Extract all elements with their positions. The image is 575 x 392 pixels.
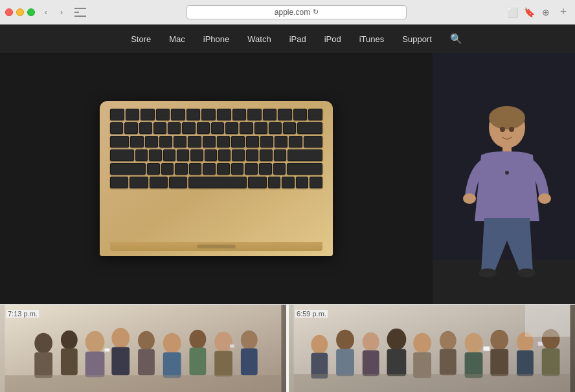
svg-point-51	[490, 330, 508, 351]
address-bar[interactable]: apple.com ↻	[186, 5, 407, 19]
key-f6	[201, 109, 216, 120]
search-icon[interactable]: 🔍	[441, 33, 471, 45]
url-text: apple.com	[275, 8, 310, 17]
key-row-fn	[110, 109, 322, 120]
key-v	[189, 163, 202, 175]
trackpad-notch	[197, 245, 236, 248]
back-button[interactable]: ‹	[39, 5, 53, 19]
svg-rect-46	[440, 349, 457, 375]
nav-item-itunes[interactable]: iTunes	[350, 25, 394, 53]
key-l	[246, 149, 258, 161]
maximize-button[interactable]	[27, 8, 35, 16]
nav-item-watch[interactable]: Watch	[238, 25, 280, 53]
svg-point-35	[311, 335, 328, 354]
key-i	[231, 136, 244, 147]
svg-point-10	[500, 127, 505, 132]
key-power	[308, 109, 322, 120]
svg-point-6	[538, 193, 551, 204]
key-row-qwerty	[110, 136, 322, 147]
crowd-image-right	[289, 305, 575, 392]
key-9	[240, 122, 253, 134]
keyboard-grid	[110, 109, 322, 242]
svg-rect-49	[483, 347, 490, 351]
key-row-asdf	[110, 149, 322, 161]
key-2	[139, 122, 152, 134]
thumb-time-right: 6:59 p.m.	[295, 310, 328, 318]
key-fn	[110, 177, 128, 188]
key-5	[182, 122, 195, 134]
key-cmd-left	[169, 177, 187, 188]
nav-item-mac[interactable]: Mac	[160, 25, 194, 53]
sidebar-icon	[74, 8, 86, 17]
svg-rect-44	[413, 352, 431, 378]
key-y	[203, 136, 216, 147]
hero-section	[0, 53, 575, 304]
key-shift-right	[287, 163, 322, 175]
minimize-button[interactable]	[16, 8, 24, 16]
key-backslash	[304, 136, 322, 147]
key-period	[259, 163, 272, 175]
key-cmd-right	[248, 177, 266, 188]
nav-item-ipad[interactable]: iPad	[280, 25, 315, 53]
svg-point-8	[517, 268, 536, 278]
key-return	[288, 149, 322, 161]
key-f2	[141, 109, 155, 120]
svg-point-5	[463, 193, 476, 204]
thumb-time-left: 7:13 p.m.	[6, 310, 39, 318]
sidebar-toggle-button[interactable]	[73, 5, 88, 19]
share-button[interactable]: ⬜	[505, 5, 519, 19]
key-t	[188, 136, 201, 147]
svg-point-15	[61, 331, 78, 350]
svg-rect-16	[61, 349, 78, 376]
key-h	[205, 149, 217, 161]
svg-point-39	[363, 332, 379, 352]
key-space	[188, 177, 247, 188]
forward-button[interactable]: ›	[54, 5, 69, 19]
refresh-icon[interactable]: ↻	[313, 8, 319, 16]
svg-rect-30	[241, 349, 258, 376]
svg-rect-32	[230, 345, 234, 348]
svg-point-13	[34, 333, 52, 354]
nav-item-support[interactable]: Support	[393, 25, 441, 53]
key-o	[246, 136, 259, 147]
key-comma	[245, 163, 258, 175]
address-bar-container: apple.com ↻	[92, 5, 501, 19]
new-tab-button[interactable]: +	[557, 6, 570, 19]
key-equal	[283, 122, 296, 134]
profile-button[interactable]: ⊕	[539, 5, 553, 19]
svg-point-37	[336, 330, 354, 351]
key-quote	[274, 149, 286, 161]
thumbnail-left[interactable]: 7:13 p.m.	[0, 305, 289, 392]
key-7	[211, 122, 224, 134]
macbook-bottom	[110, 242, 322, 251]
key-j	[218, 149, 231, 161]
crowd-svg-left	[0, 305, 286, 392]
key-bracket-open	[275, 136, 288, 147]
key-down	[296, 177, 309, 188]
sidebar-bar-bot	[74, 16, 86, 17]
key-f3	[156, 109, 170, 120]
key-e	[159, 136, 172, 147]
nav-item-iphone[interactable]: iPhone	[194, 25, 238, 53]
key-q	[130, 136, 143, 147]
key-d	[163, 149, 175, 161]
apple-nav: Store Mac iPhone Watch iPad iPod iTunes …	[0, 25, 575, 53]
thumbnail-right[interactable]: 6:59 p.m.	[289, 305, 575, 392]
key-esc	[110, 109, 124, 120]
key-f5	[186, 109, 201, 120]
key-u	[217, 136, 230, 147]
nav-item-store[interactable]: Store	[122, 25, 160, 53]
svg-point-3	[489, 106, 525, 129]
key-f10	[263, 109, 277, 120]
nav-item-ipod[interactable]: iPod	[315, 25, 350, 53]
key-f11	[278, 109, 292, 120]
bookmark-button[interactable]: 🔖	[522, 5, 536, 19]
svg-point-9	[505, 171, 509, 175]
svg-point-29	[241, 331, 258, 350]
sidebar-bar-top	[74, 8, 86, 9]
key-r	[174, 136, 186, 147]
key-4	[168, 122, 181, 134]
key-0	[254, 122, 267, 134]
svg-rect-40	[363, 350, 379, 376]
close-button[interactable]	[5, 8, 13, 16]
